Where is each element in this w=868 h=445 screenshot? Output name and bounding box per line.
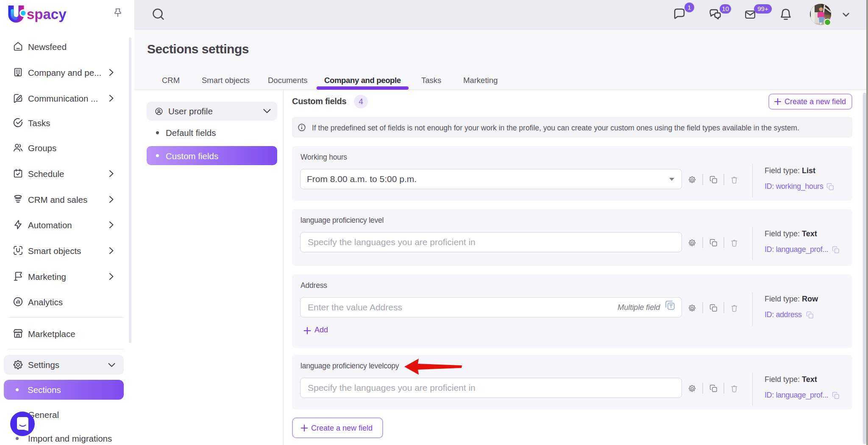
svg-text:spacy: spacy bbox=[27, 6, 67, 22]
